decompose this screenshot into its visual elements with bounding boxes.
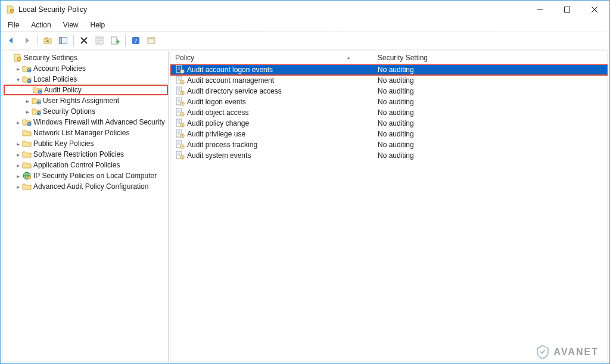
folder-icon [22,182,32,191]
tree-label: User Rights Assignment [43,97,119,105]
tree-item[interactable]: ▸IP Security Policies on Local Computer [4,170,168,181]
expand-icon[interactable]: ▸ [14,141,21,147]
toolbar: ? [1,32,609,49]
list-row[interactable]: Audit account managementNo auditing [170,75,608,86]
list-row[interactable]: Audit privilege useNo auditing [170,129,608,139]
folder-icon [22,117,32,127]
svg-text:?: ? [135,38,138,44]
tree-item[interactable]: Audit Policy [4,85,168,95]
policy-icon [175,118,185,129]
menu-file[interactable]: File [3,20,24,30]
svg-rect-2 [565,7,570,13]
window-title: Local Security Policy [18,5,87,14]
tree-label: Security Settings [24,54,77,62]
cell-policy: Audit logon events [170,97,373,108]
column-security-setting[interactable]: Security Setting [373,51,608,64]
svg-point-15 [38,90,42,94]
expand-icon[interactable]: ▸ [14,66,21,72]
svg-rect-35 [182,114,183,115]
setting-value: No auditing [378,87,414,95]
folder-icon [22,160,32,170]
menu-help[interactable]: Help [86,20,110,30]
expand-icon[interactable]: ▾ [14,76,21,83]
list-row[interactable]: Audit object accessNo auditing [170,107,608,118]
list-row[interactable]: Audit system eventsNo auditing [170,150,608,161]
close-button[interactable] [581,1,608,18]
tree-root[interactable]: Security Settings [4,52,168,63]
tree-label: Local Policies [33,75,77,83]
cell-setting: No auditing [373,108,608,117]
menu-action[interactable]: Action [26,20,55,30]
expand-icon[interactable]: ▸ [14,162,21,169]
tree-item[interactable]: ▸Windows Firewall with Advanced Security [4,117,168,127]
cell-policy: Audit object access [170,107,373,119]
tree-item[interactable]: ▸User Rights Assignment [4,95,168,106]
list-row[interactable]: Audit account logon eventsNo auditing [170,64,608,75]
cell-policy: Audit directory service access [170,86,373,97]
delete-button[interactable] [77,33,91,48]
folder-icon [22,74,32,84]
cell-setting: No auditing [373,87,608,95]
cell-policy: Audit privilege use [170,129,373,140]
expand-icon[interactable]: ▸ [14,119,21,126]
cell-policy: Audit account management [170,75,373,86]
policy-name: Audit directory service access [187,87,282,95]
tree-item[interactable]: ▸Advanced Audit Policy Configuration [4,181,168,192]
svg-point-17 [37,111,41,115]
folder-icon [22,139,32,148]
minimize-button[interactable] [526,1,553,18]
tree-label: Network List Manager Policies [33,129,129,137]
svg-rect-1 [11,10,13,11]
setting-value: No auditing [378,66,414,74]
tree-pane[interactable]: Security Settings ▸Account Policies▾Loca… [2,51,169,362]
policy-name: Audit account logon events [187,66,273,74]
folder-icon [22,171,32,181]
cell-policy: Audit policy change [170,118,373,129]
list-row[interactable]: Audit policy changeNo auditing [170,118,608,129]
back-button[interactable] [4,33,18,48]
maximize-button[interactable] [553,1,581,18]
folder-icon [32,96,41,105]
tree-item[interactable]: Network List Manager Policies [4,127,168,138]
expand-icon[interactable]: ▸ [24,98,31,104]
tree-item[interactable]: ▾Local Policies [4,74,168,85]
list-pane[interactable]: Policy ▴ Security Setting Audit account … [170,51,608,362]
policy-icon [175,129,185,140]
tree-label: Windows Firewall with Advanced Security [33,118,165,126]
expand-icon[interactable]: ▸ [24,108,31,115]
menu-view[interactable]: View [58,20,83,30]
tree-item[interactable]: ▸Public Key Policies [4,138,168,149]
up-button[interactable] [41,33,55,48]
policy-icon [175,75,185,86]
svg-point-12 [17,57,21,61]
app-window: Local Security Policy File Action View H… [0,0,610,364]
tree-item[interactable]: ▸Application Control Policies [4,160,168,170]
tree-item[interactable]: ▸Software Restriction Policies [4,149,168,160]
list-row[interactable]: Audit directory service accessNo auditin… [170,86,608,97]
help-button[interactable]: ? [129,33,143,48]
app-icon [5,5,15,14]
list-row[interactable]: Audit logon eventsNo auditing [170,97,608,107]
list-row[interactable]: Audit process trackingNo auditing [170,139,608,150]
export-list-button[interactable] [108,33,122,48]
cell-policy: Audit account logon events [170,64,373,76]
tree-item[interactable]: ▸Account Policies [4,63,168,74]
expand-icon[interactable]: ▸ [14,151,21,158]
cell-policy: Audit process tracking [170,139,373,151]
folder-icon [32,107,41,116]
setting-value: No auditing [378,151,414,160]
cell-setting: No auditing [373,66,608,74]
policy-name: Audit logon events [187,98,246,106]
cell-setting: No auditing [373,151,608,160]
expand-icon[interactable]: ▸ [14,183,21,190]
forward-button[interactable] [20,33,34,48]
refresh-button[interactable] [144,33,158,48]
show-hide-tree-button[interactable] [56,33,70,48]
svg-rect-11 [148,38,155,39]
tree-item[interactable]: ▸Security Options [4,106,168,117]
column-policy[interactable]: Policy ▴ [170,51,373,64]
svg-rect-44 [182,146,183,147]
svg-rect-47 [182,157,183,158]
expand-icon[interactable]: ▸ [14,173,21,179]
properties-button[interactable] [92,33,107,48]
